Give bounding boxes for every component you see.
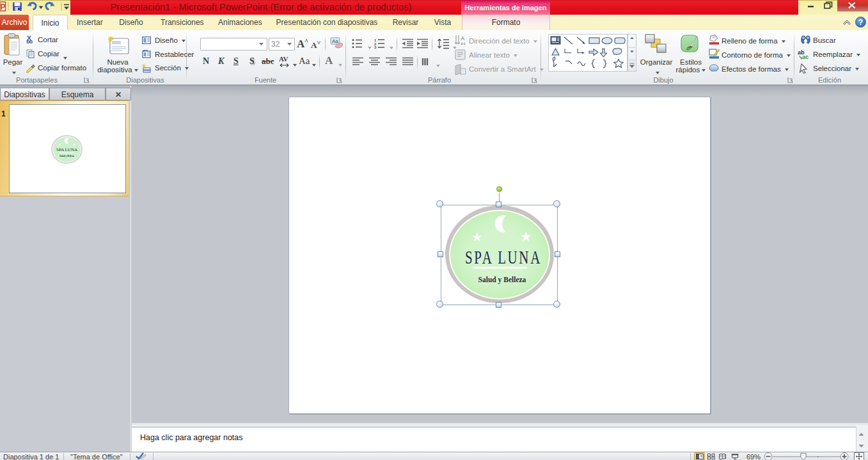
svg-text:SPA LUNA: SPA LUNA (56, 147, 77, 152)
svg-text:A: A (461, 35, 465, 42)
svg-text:3: 3 (374, 45, 377, 49)
svg-text:P: P (1, 3, 6, 12)
svg-text:ac: ac (802, 54, 809, 59)
svg-text:Salud y Belleza: Salud y Belleza (59, 155, 74, 157)
svg-text:Aa: Aa (332, 38, 338, 44)
